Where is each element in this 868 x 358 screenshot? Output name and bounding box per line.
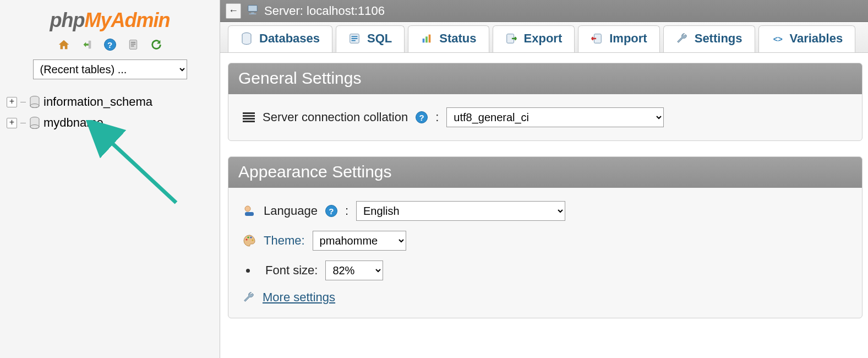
expand-icon[interactable]: + [7, 97, 17, 107]
server-bar: ← Server: localhost:1106 [220, 0, 868, 22]
docs-icon[interactable] [126, 37, 140, 52]
row-language: Language ? : English [243, 201, 848, 221]
bullet-icon [246, 269, 250, 273]
annotation-arrow [83, 120, 193, 208]
colon: : [345, 204, 348, 218]
svg-line-9 [99, 131, 176, 203]
collation-icon [243, 112, 255, 122]
tab-label: Export [524, 31, 563, 46]
svg-rect-17 [352, 40, 356, 41]
logo-my: My [84, 9, 111, 31]
svg-point-29 [252, 239, 253, 241]
fontsize-select[interactable]: 82% [325, 261, 383, 280]
svg-rect-18 [423, 39, 425, 42]
reload-icon[interactable] [149, 37, 163, 52]
svg-point-24 [245, 206, 250, 211]
row-more-settings: More settings [243, 290, 848, 305]
recent-tables-select[interactable]: (Recent tables) ... [33, 59, 187, 79]
tab-export[interactable]: Export [493, 25, 575, 52]
export-icon [505, 32, 517, 45]
svg-rect-3 [130, 44, 135, 45]
main: ← Server: localhost:1106 Databases SQL S… [220, 0, 868, 358]
home-icon[interactable] [57, 37, 71, 52]
theme-icon [243, 234, 256, 247]
row-collation: Server connection collation ? : utf8_gen… [243, 107, 848, 127]
theme-label[interactable]: Theme: [264, 234, 305, 248]
tab-label: Databases [259, 31, 320, 46]
db-tree-item-mydbname[interactable]: + mydbname [7, 112, 214, 133]
panel-general-settings: General Settings Server connection colla… [228, 63, 862, 141]
tab-label: Settings [695, 31, 743, 46]
panel-appearance-settings: Appearance Settings Language ? : English [228, 156, 862, 318]
collation-label: Server connection collation [263, 110, 408, 124]
svg-rect-20 [429, 35, 431, 43]
query-window-icon[interactable]: ? [103, 37, 117, 52]
language-icon [243, 204, 256, 218]
status-icon [421, 32, 433, 45]
logo-admin: Admin [111, 9, 170, 31]
database-icon [29, 117, 40, 129]
svg-rect-0 [88, 41, 91, 49]
sidebar: phpMyAdmin ? (Recent tables) ... + infor… [0, 0, 220, 358]
svg-rect-15 [352, 36, 358, 37]
tab-label: Import [609, 31, 647, 46]
settings-icon [676, 32, 688, 45]
expand-icon[interactable]: + [7, 118, 17, 128]
svg-text:<>: <> [773, 35, 782, 44]
wrench-icon [243, 291, 255, 303]
svg-rect-19 [425, 36, 428, 42]
db-tree-item-information-schema[interactable]: + information_schema [7, 91, 214, 112]
tab-import[interactable]: Import [578, 25, 659, 52]
databases-icon [241, 32, 253, 45]
tab-label: SQL [367, 31, 392, 46]
top-tabs: Databases SQL Status Export Import [220, 22, 868, 53]
phpmyadmin-logo: phpMyAdmin [0, 9, 220, 32]
tab-label: Status [439, 31, 476, 46]
language-select[interactable]: English [356, 201, 565, 221]
svg-point-26 [245, 238, 247, 240]
svg-rect-12 [249, 13, 256, 14]
fontsize-label: Font size: [265, 263, 318, 278]
language-label: Language [264, 204, 318, 218]
database-tree: + information_schema + mydbname [0, 89, 220, 133]
db-name-label: information_schema [43, 95, 152, 109]
panel-title: Appearance Settings [228, 157, 862, 188]
tree-connector [20, 102, 26, 102]
back-button[interactable]: ← [226, 3, 241, 19]
row-fontsize: Font size: 82% [243, 261, 848, 280]
panel-title: General Settings [228, 63, 862, 94]
collation-select[interactable]: utf8_general_ci [446, 107, 664, 127]
sql-icon [348, 32, 361, 45]
help-icon[interactable]: ? [325, 205, 337, 217]
tab-label: Variables [790, 31, 843, 46]
tab-settings[interactable]: Settings [663, 25, 755, 52]
database-icon [29, 96, 40, 108]
svg-rect-16 [352, 38, 358, 39]
svg-rect-10 [248, 5, 258, 11]
logout-icon[interactable] [80, 37, 94, 52]
tab-sql[interactable]: SQL [336, 25, 405, 52]
sidebar-toolbar: ? [0, 37, 220, 52]
import-icon [591, 32, 603, 45]
variables-icon: <> [771, 32, 783, 45]
svg-rect-2 [130, 42, 135, 43]
tab-variables[interactable]: <> Variables [758, 25, 856, 52]
svg-point-27 [247, 236, 249, 238]
server-label: Server: localhost:1106 [264, 4, 385, 18]
row-theme: Theme: pmahomme [243, 231, 848, 251]
tab-status[interactable]: Status [408, 25, 489, 52]
logo-php: php [50, 9, 85, 31]
svg-rect-4 [130, 46, 134, 47]
svg-rect-25 [245, 212, 254, 216]
content: General Settings Server connection colla… [220, 53, 868, 345]
db-name-label: mydbname [43, 116, 103, 130]
colon: : [435, 110, 439, 124]
tree-connector [20, 123, 26, 123]
help-icon: ? [104, 39, 116, 51]
theme-select[interactable]: pmahomme [313, 231, 406, 251]
help-icon[interactable]: ? [416, 111, 428, 123]
server-icon [247, 3, 259, 19]
svg-point-28 [250, 236, 252, 238]
tab-databases[interactable]: Databases [228, 25, 332, 52]
more-settings-link[interactable]: More settings [263, 290, 335, 305]
